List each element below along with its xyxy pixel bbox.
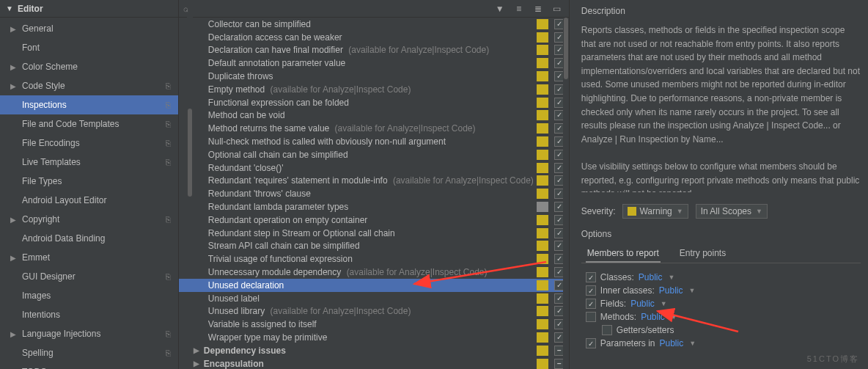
inspection-row[interactable]: Redundant lambda parameter types xyxy=(179,200,569,213)
sidebar-item-label: Copyright xyxy=(22,214,59,224)
member-checkbox[interactable] xyxy=(586,312,596,322)
sidebar-item-inspections[interactable]: Inspections⎘ xyxy=(0,95,178,114)
inspection-hint: (available for Analyze|Inspect Code) xyxy=(271,84,411,95)
inspection-label: Redundant lambda parameter types xyxy=(208,202,534,212)
sidebar-item-intentions[interactable]: Intentions xyxy=(0,305,178,324)
expand-all-icon[interactable]: ≡ xyxy=(513,3,525,15)
member-option: Classes:Public▼ xyxy=(581,271,861,284)
sidebar-item-todo[interactable]: TODO xyxy=(0,362,178,369)
inspection-row[interactable]: Functional expression can be folded xyxy=(179,96,569,109)
inspection-row[interactable]: Null-check method is called with obvious… xyxy=(179,135,569,148)
sidebar-item-file-and-code-templates[interactable]: File and Code Templates⎘ xyxy=(0,114,178,134)
inspection-row[interactable]: Collector can be simplified xyxy=(179,18,569,31)
inspection-group[interactable]: ▶Encapsulation xyxy=(179,357,569,369)
severity-indicator xyxy=(537,319,548,329)
inspection-row[interactable]: Unused library (available for Analyze|In… xyxy=(179,305,569,318)
sidebar-item-copyright[interactable]: ▶Copyright⎘ xyxy=(0,210,178,229)
inspection-row[interactable]: Method can be void xyxy=(179,109,569,123)
member-label: Classes: xyxy=(600,272,634,282)
sidebar-item-label: File Types xyxy=(22,176,62,186)
inspection-label: Unused declaration xyxy=(208,280,534,291)
inspection-label: Functional expression can be folded xyxy=(208,98,534,108)
member-checkbox[interactable] xyxy=(602,325,612,335)
inspection-row[interactable]: Duplicate throws xyxy=(179,70,569,83)
sidebar-item-font[interactable]: Font xyxy=(0,38,178,57)
scope-icon: ⎘ xyxy=(166,215,171,224)
severity-dropdown[interactable]: Warning ▼ xyxy=(622,204,688,219)
sidebar-item-file-encodings[interactable]: File Encodings⎘ xyxy=(0,134,178,153)
visibility-link[interactable]: Public xyxy=(660,338,684,348)
tab-entry-points[interactable]: Entry points xyxy=(678,245,727,263)
inspection-label: Stream API call chain can be simplified xyxy=(208,241,534,251)
severity-label: Severity: xyxy=(581,206,616,216)
inspection-row[interactable]: Default annotation parameter value xyxy=(179,56,569,70)
inspection-row[interactable]: Redundant 'requires' statement in module… xyxy=(179,175,569,188)
chevron-right-icon: ▶ xyxy=(10,254,16,262)
sidebar-item-android-layout-editor[interactable]: Android Layout Editor xyxy=(0,191,178,210)
member-checkbox[interactable] xyxy=(586,272,596,282)
description-title: Description xyxy=(581,6,861,16)
member-label: Methods: xyxy=(600,312,636,322)
sidebar-item-emmet[interactable]: ▶Emmet xyxy=(0,248,178,267)
inspection-label: Declaration access can be weaker xyxy=(208,32,534,43)
sidebar-item-gui-designer[interactable]: GUI Designer⎘ xyxy=(0,267,178,286)
sidebar-item-android-data-binding[interactable]: Android Data Binding xyxy=(0,229,178,248)
inspection-row[interactable]: Declaration access can be weaker xyxy=(179,31,569,44)
collapse-all-icon[interactable]: ≣ xyxy=(532,3,544,15)
inspection-row[interactable]: Unused declaration xyxy=(179,279,569,292)
inspection-row[interactable]: Declaration can have final modifier (ava… xyxy=(179,44,569,57)
sidebar-section-header[interactable]: ▼ Editor xyxy=(0,0,178,18)
member-checkbox[interactable] xyxy=(586,338,596,348)
sidebar-item-label: General xyxy=(22,23,54,34)
sidebar-item-language-injections[interactable]: ▶Language Injections⎘ xyxy=(0,324,178,343)
sidebar-item-label: Intentions xyxy=(22,310,60,320)
inspection-group[interactable]: ▶Dependency issues xyxy=(179,344,569,357)
search-input[interactable]: ⌕ xyxy=(179,4,488,14)
sidebar-item-code-style[interactable]: ▶Code Style⎘ xyxy=(0,76,178,95)
visibility-link[interactable]: Public xyxy=(630,299,655,309)
member-option: Methods:Public▼ xyxy=(581,310,861,324)
inspections-tree[interactable]: Collector can be simplifiedDeclaration a… xyxy=(179,18,569,369)
sidebar-item-live-templates[interactable]: Live Templates⎘ xyxy=(0,153,178,172)
inspection-label: Variable is assigned to itself xyxy=(208,319,534,329)
scope-dropdown[interactable]: In All Scopes ▼ xyxy=(696,204,768,219)
inspection-label: Default annotation parameter value xyxy=(208,58,534,68)
inspection-row[interactable]: Variable is assigned to itself xyxy=(179,318,569,331)
member-checkbox[interactable] xyxy=(586,299,596,309)
sidebar-item-spelling[interactable]: Spelling⎘ xyxy=(0,343,178,362)
inspection-label: Unused library (available for Analyze|In… xyxy=(208,306,534,316)
inspection-row[interactable]: Wrapper type may be primitive xyxy=(179,331,569,344)
inspection-row[interactable]: Redundant operation on empty container xyxy=(179,213,569,227)
visibility-link[interactable]: Public xyxy=(639,272,663,282)
sidebar-item-label: Color Scheme xyxy=(22,62,78,72)
inspection-row[interactable]: Redundant step in Stream or Optional cal… xyxy=(179,227,569,240)
severity-indicator xyxy=(537,175,548,186)
inspection-row[interactable]: Method returns the same value (available… xyxy=(179,122,569,135)
chevron-down-icon: ▼ xyxy=(689,340,696,347)
filter-icon[interactable]: ▼ xyxy=(494,3,506,15)
sidebar-item-color-scheme[interactable]: ▶Color Scheme xyxy=(0,57,178,76)
sidebar-item-label: File and Code Templates xyxy=(22,119,119,129)
inspection-row[interactable]: Stream API call chain can be simplified xyxy=(179,240,569,253)
inspection-row[interactable]: Optional call chain can be simplified xyxy=(179,148,569,161)
sidebar-item-general[interactable]: ▶General xyxy=(0,19,178,38)
center-scrollbar[interactable] xyxy=(563,18,569,369)
tab-members-to-report[interactable]: Members to report xyxy=(586,245,661,263)
inspection-row[interactable]: Unused label xyxy=(179,292,569,305)
member-label: Getters/setters xyxy=(617,325,674,335)
visibility-link[interactable]: Public xyxy=(641,312,665,322)
sidebar-item-file-types[interactable]: File Types xyxy=(0,172,178,191)
reset-icon[interactable]: ▭ xyxy=(551,3,563,15)
inspection-label: Duplicate throws xyxy=(208,71,534,81)
inspection-row[interactable]: Empty method (available for Analyze|Insp… xyxy=(179,83,569,96)
visibility-link[interactable]: Public xyxy=(659,285,683,296)
inspection-label: Method returns the same value (available… xyxy=(208,123,534,134)
member-checkbox[interactable] xyxy=(586,285,596,296)
sidebar-item-images[interactable]: Images xyxy=(0,286,178,305)
inspection-hint: (available for Analyze|Inspect Code) xyxy=(348,45,489,55)
inspection-row[interactable]: Redundant 'throws' clause xyxy=(179,187,569,200)
inspection-row[interactable]: Trivial usage of functional expression xyxy=(179,252,569,266)
inspection-row[interactable]: Unnecessary module dependency (available… xyxy=(179,266,569,279)
inspection-row[interactable]: Redundant 'close()' xyxy=(179,161,569,175)
sidebar-header-label: Editor xyxy=(18,4,43,14)
